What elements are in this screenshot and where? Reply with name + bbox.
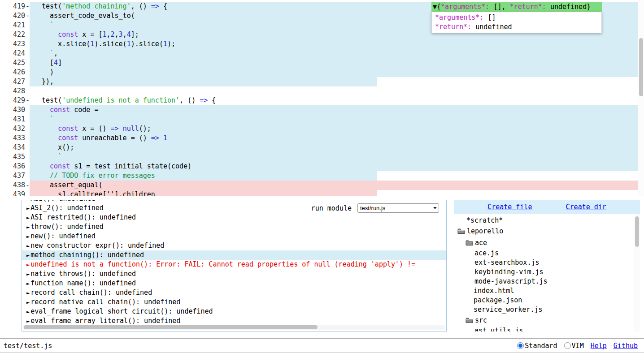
test-result-item[interactable]: ►function name(): undefined <box>22 279 446 288</box>
test-result-item[interactable]: ►native throws(): undefined <box>22 269 446 279</box>
tree-node-service-worker-js[interactable]: service_worker.js <box>454 305 634 314</box>
mode-vim[interactable]: VIM <box>564 342 584 350</box>
tree-node-label: ace.js <box>474 249 499 258</box>
tree-node-leporello[interactable]: leporello <box>454 225 634 237</box>
code-line[interactable]: 430 const code = <box>0 105 638 115</box>
result-triangle-icon[interactable]: ► <box>26 224 30 230</box>
token: [], <box>489 3 509 11</box>
create-dir-link[interactable]: Create dir <box>566 203 606 211</box>
result-triangle-icon[interactable]: ► <box>26 280 30 287</box>
radio-vim[interactable] <box>564 342 571 349</box>
token: [] <box>483 13 496 22</box>
test-result-item[interactable]: ►record call chain(): undefined <box>22 288 446 297</box>
test-result-item[interactable]: ►ASI(): undefined <box>22 200 446 203</box>
test-result-item[interactable]: ►eval_frame logical short circuit(): und… <box>22 307 446 316</box>
test-result-item[interactable]: ►undefined is not a function(): Error: F… <box>22 260 446 269</box>
tree-node-src[interactable]: src <box>454 314 634 326</box>
code-line[interactable]: 425 [4] <box>0 58 638 68</box>
code-line[interactable]: 437 // TODO fix error messages <box>0 171 638 181</box>
token <box>42 134 58 142</box>
code-line[interactable]: 438- assert_equal( <box>0 181 638 190</box>
token <box>42 125 58 133</box>
token: *return*: <box>435 23 471 31</box>
line-number: 433 <box>0 133 30 143</box>
tree-node-ace[interactable]: ace <box>454 237 634 249</box>
code-line[interactable]: 428 <box>0 86 638 96</box>
tree-node-package-json[interactable]: package.json <box>454 296 634 305</box>
editor-scrollbar[interactable] <box>638 0 644 196</box>
tree-node-keybinding-vim-js[interactable]: keybinding-vim.js <box>454 267 634 277</box>
result-triangle-icon[interactable]: ► <box>26 200 30 202</box>
result-triangle-icon[interactable]: ► <box>26 215 30 221</box>
code-line[interactable]: 439 s1.calltree[''].children <box>0 190 638 196</box>
folder-icon <box>457 228 465 234</box>
line-number: 439 <box>0 190 30 196</box>
code-line[interactable]: 433 const unreachable = () => 1 <box>0 133 638 143</box>
fold-widget[interactable]: - <box>26 181 30 190</box>
code-line[interactable]: 426 ) <box>0 68 638 77</box>
code-editor[interactable]: 419-test('method chaining', () => {420- … <box>0 0 644 196</box>
code-line[interactable]: 436 const s1 = test_initial_state(code) <box>0 162 638 171</box>
code-line[interactable]: 431 ` <box>0 115 638 124</box>
token <box>42 162 50 170</box>
tree-vscrollbar-thumb[interactable] <box>635 216 639 247</box>
run-module-select[interactable]: test/run.js <box>357 203 439 213</box>
token: unreachable = () <box>78 134 151 142</box>
fold-widget[interactable]: - <box>26 2 30 11</box>
token: x.slice( <box>42 40 90 48</box>
test-result-item[interactable]: ►ASI_restrited(): undefined <box>22 213 446 222</box>
token: , <box>54 49 58 57</box>
tree-node-ext-searchbox-js[interactable]: ext-searchbox.js <box>454 258 634 267</box>
tree-node-label: src <box>475 314 487 326</box>
result-triangle-icon[interactable]: ► <box>26 233 30 240</box>
test-result-item[interactable]: ►new constructor expr(): undefined <box>22 241 446 250</box>
result-triangle-icon[interactable]: ► <box>26 290 30 296</box>
result-triangle-icon[interactable]: ► <box>26 309 30 315</box>
result-triangle-icon[interactable]: ► <box>26 271 30 277</box>
code-text: assert_equal( <box>30 181 638 190</box>
test-result-item[interactable]: ►new(): undefined <box>22 232 446 241</box>
collapse-triangle-icon[interactable]: ▼ <box>433 3 437 11</box>
result-triangle-icon[interactable]: ► <box>26 262 30 268</box>
test-result-item[interactable]: ►record native call chain(): undefined <box>22 297 446 307</box>
result-triangle-icon[interactable]: ► <box>26 252 30 258</box>
code-line[interactable]: 432 const x = () => null(); <box>0 124 638 133</box>
help-link[interactable]: Help <box>591 342 607 350</box>
token <box>119 125 123 133</box>
code-line[interactable]: 429-test('undefined is not a function', … <box>0 96 638 105</box>
code-line[interactable]: 424 `, <box>0 49 638 58</box>
tree-node-ace-js[interactable]: ace.js <box>454 249 634 258</box>
code-line[interactable]: 427}), <box>0 77 638 86</box>
mode-standard[interactable]: Standard <box>517 342 557 350</box>
github-link[interactable]: Github <box>614 342 638 350</box>
token: x = () <box>78 125 110 133</box>
tree-node-label: index.html <box>474 286 514 296</box>
tree-node-mode-javascript-js[interactable]: mode-javascript.js <box>454 277 634 286</box>
test-result-item[interactable]: ►throw(): undefined <box>22 222 446 232</box>
editor-scrollbar-thumb[interactable] <box>639 38 643 96</box>
tree-node-ast-utils-js[interactable]: ast_utils.js <box>454 326 634 331</box>
code-line[interactable]: 435 ` <box>0 152 638 162</box>
results-hscrollbar[interactable] <box>23 325 445 330</box>
token: ` <box>50 115 54 123</box>
token: 'undefined is not a function' <box>62 96 179 104</box>
code-line[interactable]: 423 x.slice(1).slice(1).slice(1); <box>0 39 638 49</box>
code-line[interactable]: 434 x(); <box>0 143 638 152</box>
file-tree-panel: Create file Create dir *scratch*leporell… <box>454 200 640 331</box>
radio-standard[interactable] <box>517 342 524 349</box>
result-triangle-icon[interactable]: ► <box>26 318 30 324</box>
result-triangle-icon[interactable]: ► <box>26 299 30 306</box>
result-triangle-icon[interactable]: ► <box>26 243 30 249</box>
test-result-item[interactable]: ►method chaining(): undefined <box>22 250 446 260</box>
result-text: native throws(): undefined <box>30 270 136 278</box>
tooltip-header[interactable]: ▼{*arguments*: [], *return*: undefined} <box>431 2 602 12</box>
fold-widget[interactable]: - <box>26 96 30 105</box>
tree-vscrollbar[interactable] <box>634 214 640 331</box>
tree-node-index-html[interactable]: index.html <box>454 286 634 296</box>
tree-node-scratch[interactable]: *scratch* <box>454 216 634 225</box>
create-file-link[interactable]: Create file <box>487 203 532 211</box>
test-result-item[interactable]: ►eval_frame array_literal(): undefined <box>22 316 446 324</box>
results-hscrollbar-thumb[interactable] <box>24 325 318 329</box>
fold-widget[interactable]: - <box>26 11 30 21</box>
result-triangle-icon[interactable]: ► <box>26 205 30 211</box>
